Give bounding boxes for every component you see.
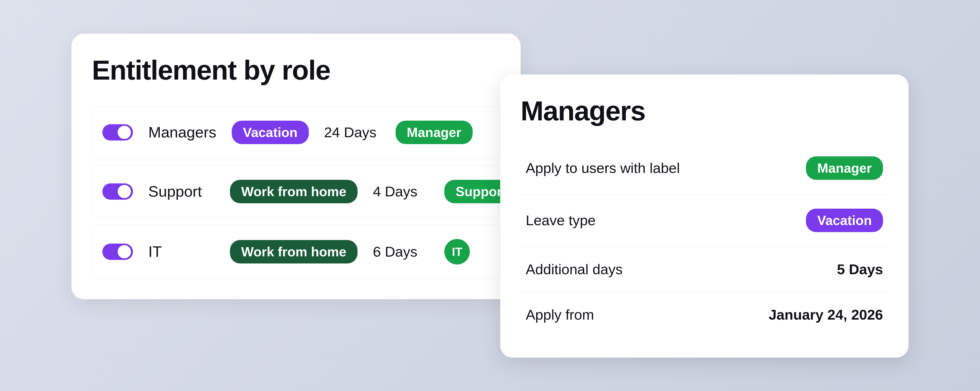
cards-container: Entitlement by role Managers Vacation 24… [72,34,908,358]
detail-label-additional-days: Additional days [526,261,623,278]
left-card-title: Entitlement by role [92,54,500,86]
toggle-it[interactable] [102,243,133,260]
detail-label-apply-from: Apply from [526,306,594,323]
detail-list: Apply to users with label Manager Leave … [520,142,888,337]
days-it: 6 Days [373,243,429,260]
role-item-it: IT Work from home 6 Days IT [92,225,500,279]
role-list: Managers Vacation 24 Days Manager Suppor… [92,106,500,279]
role-item-support: Support Work from home 4 Days Support [92,165,500,218]
entitlement-by-role-card: Entitlement by role Managers Vacation 24… [72,34,520,299]
label-badge-managers: Manager [396,121,473,144]
role-name-it: IT [148,243,215,261]
badge-wfh-it: Work from home [230,240,358,264]
detail-value-leave-type: Vacation [806,209,883,232]
detail-value-additional-days: 5 Days [837,261,883,278]
toggle-managers[interactable] [102,124,133,140]
days-managers: 24 Days [324,124,380,140]
detail-item-additional-days: Additional days 5 Days [520,246,888,292]
role-name-support: Support [148,183,215,200]
detail-item-apply-from: Apply from January 24, 2026 [520,292,888,337]
detail-value-apply-from: January 24, 2026 [769,306,883,323]
detail-item-leave-type: Leave type Vacation [520,194,888,246]
role-name-managers: Managers [148,124,216,141]
badge-wfh-support: Work from home [230,180,358,203]
toggle-support[interactable] [102,183,133,200]
role-item-managers: Managers Vacation 24 Days Manager [92,106,500,158]
label-badge-it: IT [444,239,470,264]
badge-vacation-managers: Vacation [232,121,309,144]
detail-label-apply-to-users: Apply to users with label [526,160,680,176]
right-card-title: Managers [520,95,888,127]
detail-value-apply-to-users: Manager [806,156,883,180]
detail-item-apply-to-users: Apply to users with label Manager [520,142,888,194]
days-support: 4 Days [373,183,429,200]
detail-label-leave-type: Leave type [526,212,596,229]
managers-detail-card: Managers Apply to users with label Manag… [500,75,908,358]
